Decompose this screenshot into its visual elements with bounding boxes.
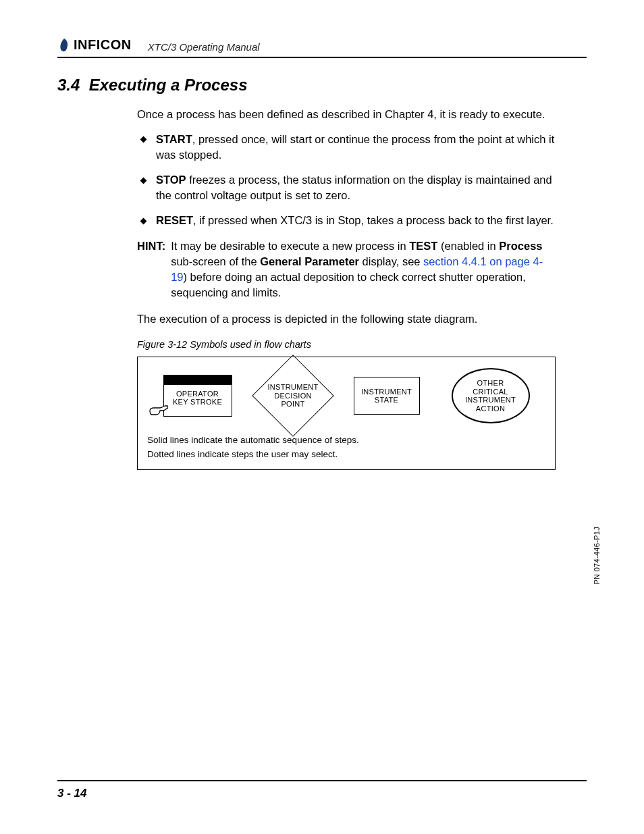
closing-paragraph: The execution of a process is depicted i… bbox=[137, 311, 556, 327]
page-number: 3 - 14 bbox=[57, 787, 86, 800]
hint-block: HINT: It may be desirable to execute a n… bbox=[137, 238, 556, 301]
hand-pointer-icon bbox=[149, 402, 168, 417]
header-rule bbox=[57, 57, 587, 58]
figure-note: Dotted lines indicate steps the user may… bbox=[147, 448, 545, 461]
body-column: Once a process has been defined as descr… bbox=[137, 107, 556, 470]
list-item: STOP freezes a process, the status infor… bbox=[137, 172, 556, 203]
list-item: START, pressed once, will start or conti… bbox=[137, 132, 556, 163]
hint-label: HINT: bbox=[137, 238, 165, 301]
page: INFICON XTC/3 Operating Manual 3.4 Execu… bbox=[0, 0, 644, 834]
symbol-operator-keystroke: OPERATOR KEY STROKE bbox=[163, 375, 232, 417]
symbol-row: OPERATOR KEY STROKE INSTRUMENT DECISION … bbox=[147, 367, 545, 425]
symbol-instrument-state: INSTRUMENT STATE bbox=[354, 377, 420, 415]
brand-logo: INFICON bbox=[57, 37, 132, 53]
figure-box: OPERATOR KEY STROKE INSTRUMENT DECISION … bbox=[137, 357, 556, 470]
list-item: RESET, if pressed when XTC/3 is in Stop,… bbox=[137, 213, 556, 228]
brand-name: INFICON bbox=[74, 37, 132, 53]
figure-caption: Figure 3-12 Symbols used in flow charts bbox=[137, 338, 556, 351]
document-title: XTC/3 Operating Manual bbox=[148, 41, 260, 53]
figure-note: Solid lines indicate the automatic seque… bbox=[147, 434, 545, 447]
page-header: INFICON XTC/3 Operating Manual bbox=[57, 37, 587, 53]
section-heading: 3.4 Executing a Process bbox=[57, 76, 587, 95]
symbol-critical-action: OTHER CRITICAL INSTRUMENT ACTION bbox=[452, 368, 530, 423]
symbol-decision-point: INSTRUMENT DECISION POINT bbox=[264, 367, 322, 425]
part-number-side: PN 074-446-P1J bbox=[593, 527, 601, 585]
hint-body: It may be desirable to execute a new pro… bbox=[171, 238, 556, 301]
intro-paragraph: Once a process has been defined as descr… bbox=[137, 107, 556, 122]
inficon-logo-icon bbox=[57, 38, 71, 53]
footer-rule bbox=[57, 780, 587, 781]
bullet-list: START, pressed once, will start or conti… bbox=[137, 132, 556, 228]
